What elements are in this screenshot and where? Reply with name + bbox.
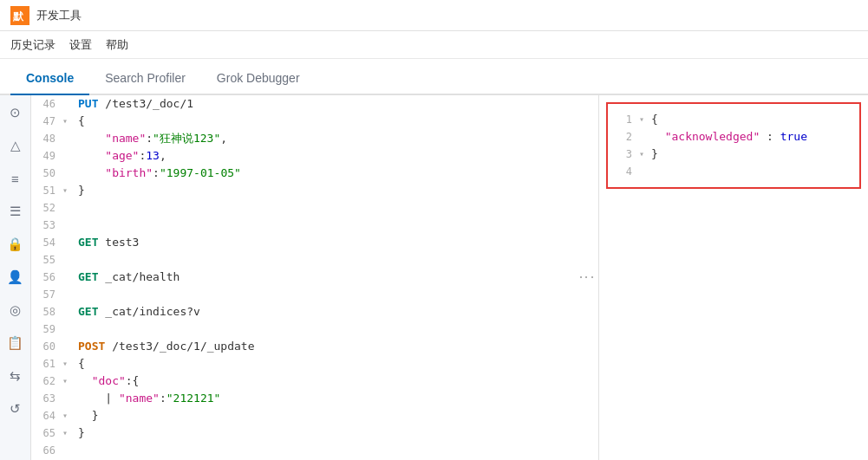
sidebar-icon-lock[interactable]: 🔒 — [5, 234, 26, 255]
response-panel: 1 ▾ { 2 "acknowledged" : true 3 ▾ } — [599, 95, 868, 460]
app-title: 开发工具 — [36, 8, 82, 23]
line-num-49: 49 — [31, 147, 62, 165]
line-content-49: "age":13, — [75, 147, 166, 165]
code-line-65[interactable]: 65 ▾ } — [31, 424, 598, 442]
toggle-65[interactable]: ▾ — [62, 424, 75, 442]
svg-text:默: 默 — [12, 10, 24, 23]
line-content-54: GET test3 — [75, 234, 139, 251]
code-line-58[interactable]: 58 GET _cat/indices?v — [31, 303, 598, 321]
sidebar-icon-user[interactable]: 👤 — [5, 267, 26, 288]
sidebar-icon-menu[interactable]: ☰ — [5, 201, 26, 222]
code-line-46[interactable]: 46 PUT /test3/_doc/1 — [31, 95, 598, 113]
tab-bar: Console Search Profiler Grok Debugger — [0, 59, 868, 95]
resp-content-3: } — [651, 146, 658, 163]
panel-resize-handle[interactable]: ⋮ — [578, 269, 597, 287]
menu-help[interactable]: 帮助 — [106, 37, 128, 53]
resp-line-1: 1 ▾ { — [615, 111, 852, 128]
line-num-66: 66 — [31, 442, 62, 459]
line-content-65: } — [75, 424, 85, 442]
code-line-61[interactable]: 61 ▾ { — [31, 355, 598, 373]
line-num-55: 55 — [31, 251, 62, 269]
code-lines: 46 PUT /test3/_doc/1 47 ▾ { 48 "name":"狂… — [31, 95, 598, 460]
resp-content-1: { — [651, 111, 658, 128]
code-line-49[interactable]: 49 "age":13, — [31, 147, 598, 165]
sidebar-icon-list[interactable]: ≡ — [5, 168, 26, 189]
line-num-46: 46 — [31, 95, 62, 113]
line-num-58: 58 — [31, 303, 62, 321]
toggle-61[interactable]: ▾ — [62, 355, 75, 373]
line-num-48: 48 — [31, 130, 62, 147]
resp-num-3: 3 — [615, 146, 639, 163]
resp-num-1: 1 — [615, 111, 639, 128]
line-num-54: 54 — [31, 234, 62, 251]
code-line-55: 55 — [31, 251, 598, 269]
resp-content-2: "acknowledged" : true — [651, 128, 807, 146]
code-line-48[interactable]: 48 "name":"狂神说123", — [31, 130, 598, 147]
code-line-60[interactable]: 60 POST /test3/_doc/1/_update — [31, 338, 598, 355]
tab-grok-debugger[interactable]: Grok Debugger — [201, 64, 316, 95]
app-logo: 默 — [10, 6, 29, 25]
code-line-57: 57 — [31, 286, 598, 303]
line-num-51: 51 — [31, 182, 62, 199]
sidebar-icon-target[interactable]: ◎ — [5, 300, 26, 321]
line-content-63: | "name":"212121" — [75, 390, 220, 407]
response-border: 1 ▾ { 2 "acknowledged" : true 3 ▾ } — [606, 102, 861, 189]
code-line-63[interactable]: 63 | "name":"212121" — [31, 390, 598, 407]
code-line-59: 59 — [31, 321, 598, 338]
sidebar: ⊙ △ ≡ ☰ 🔒 👤 ◎ 📋 ⇆ ↺ — [0, 95, 31, 460]
code-line-53: 53 — [31, 217, 598, 234]
toggle-47[interactable]: ▾ — [62, 113, 75, 130]
line-content-46: PUT /test3/_doc/1 — [75, 95, 193, 113]
line-content-62: "doc":{ — [75, 373, 139, 390]
line-content-47: { — [75, 113, 85, 130]
line-num-47: 47 — [31, 113, 62, 130]
resp-toggle-1[interactable]: ▾ — [639, 111, 651, 128]
resp-num-4: 4 — [615, 163, 639, 180]
tab-console[interactable]: Console — [10, 64, 89, 95]
line-num-60: 60 — [31, 338, 62, 355]
line-num-57: 57 — [31, 286, 62, 303]
code-line-64[interactable]: 64 ▾ } — [31, 407, 598, 424]
code-line-54[interactable]: 54 GET test3 — [31, 234, 598, 251]
sidebar-icon-clipboard[interactable]: 📋 — [5, 333, 26, 353]
line-content-60: POST /test3/_doc/1/_update — [75, 338, 255, 355]
line-num-65: 65 — [31, 424, 62, 442]
line-content-61: { — [75, 355, 85, 373]
menu-history[interactable]: 历史记录 — [10, 37, 55, 53]
code-line-50[interactable]: 50 "birth":"1997-01-05" — [31, 165, 598, 182]
line-content-58: GET _cat/indices?v — [75, 303, 200, 321]
line-num-64: 64 — [31, 407, 62, 424]
line-num-59: 59 — [31, 321, 62, 338]
line-num-53: 53 — [31, 217, 62, 234]
line-num-62: 62 — [31, 373, 62, 390]
sidebar-icon-circle[interactable]: ⊙ — [5, 102, 26, 123]
code-line-51[interactable]: 51 ▾ } — [31, 182, 598, 199]
code-line-66: 66 — [31, 442, 598, 459]
resp-toggle-3[interactable]: ▾ — [639, 146, 651, 163]
sidebar-icon-refresh[interactable]: ↺ — [5, 398, 26, 419]
line-content-56: GET _cat/health — [75, 269, 179, 286]
code-line-62[interactable]: 62 ▾ "doc":{ — [31, 373, 598, 390]
line-num-61: 61 — [31, 355, 62, 373]
toggle-64[interactable]: ▾ — [62, 407, 75, 424]
menu-bar: 历史记录 设置 帮助 — [0, 31, 868, 59]
menu-settings[interactable]: 设置 — [69, 37, 92, 53]
line-content-51: } — [75, 182, 85, 199]
line-content-50: "birth":"1997-01-05" — [75, 165, 241, 182]
sidebar-icon-chart[interactable]: △ — [5, 135, 26, 156]
resp-line-2: 2 "acknowledged" : true — [615, 128, 852, 146]
resp-line-3: 3 ▾ } — [615, 146, 852, 163]
line-content-48: "name":"狂神说123", — [75, 130, 227, 147]
code-line-56[interactable]: 56 GET _cat/health — [31, 269, 598, 286]
sidebar-icon-transfer[interactable]: ⇆ — [5, 366, 26, 386]
toggle-51[interactable]: ▾ — [62, 182, 75, 199]
toggle-62[interactable]: ▾ — [62, 373, 75, 390]
line-num-56: 56 — [31, 269, 62, 286]
line-num-52: 52 — [31, 199, 62, 217]
top-bar: 默 开发工具 — [0, 0, 868, 31]
editor-panel[interactable]: 46 PUT /test3/_doc/1 47 ▾ { 48 "name":"狂… — [31, 95, 599, 460]
code-line-47[interactable]: 47 ▾ { — [31, 113, 598, 130]
line-num-50: 50 — [31, 165, 62, 182]
line-num-63: 63 — [31, 390, 62, 407]
tab-search-profiler[interactable]: Search Profiler — [89, 64, 201, 95]
